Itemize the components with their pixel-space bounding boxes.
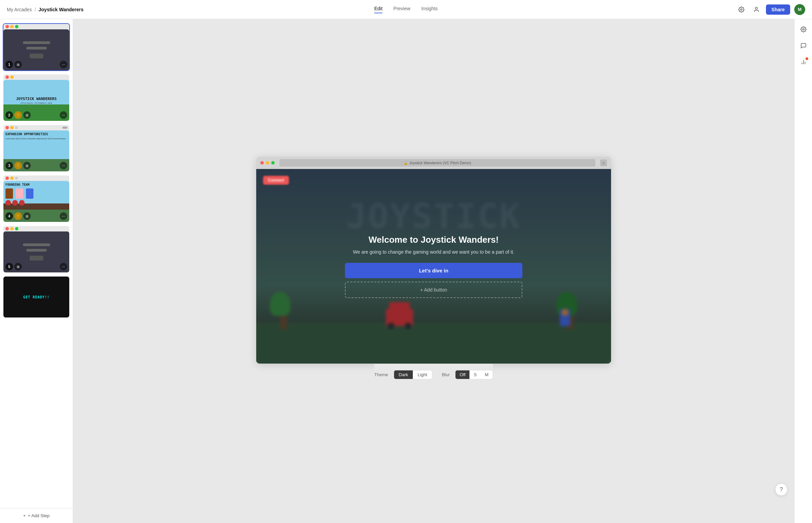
dot-red-4 [5, 176, 9, 180]
dot-yellow-5 [10, 227, 14, 230]
blur-s-button[interactable]: S [469, 370, 481, 379]
slide-3-title: EXPANSION OPPORTUNITIES [5, 132, 67, 136]
slide-2-warning-btn[interactable]: ! [14, 111, 22, 119]
nav-actions: Share M [736, 4, 805, 15]
tab-edit[interactable]: Edit [374, 6, 382, 13]
browser-mockup: 🔒 Joystick Wanderers (VC Pitch Demo) ⊙ J… [256, 157, 611, 364]
browser-chrome: 🔒 Joystick Wanderers (VC Pitch Demo) ⊙ [256, 157, 611, 169]
slide-number-3: 3 [5, 162, 13, 169]
slide-item-2[interactable]: JOYSTICK WANDERERS PITCH DECK · OCTOBER … [3, 74, 70, 122]
welcome-subtitle: We are going to change the gaming world … [345, 249, 522, 255]
add-step-icon: + [23, 513, 26, 518]
dot-extra-3 [15, 126, 18, 129]
slide-5-more-btn[interactable]: ··· [60, 263, 67, 270]
svg-point-2 [802, 29, 804, 30]
slide-4-title: FOUNDING TEAM [5, 183, 67, 186]
slide-4-more-btn[interactable]: ··· [60, 212, 67, 220]
slide-item-6[interactable]: GET READY!! [3, 276, 70, 318]
slide-4-warning-btn[interactable]: ! [14, 212, 22, 220]
slide-3-more-btn[interactable]: ··· [60, 162, 67, 169]
help-icon: ? [780, 486, 783, 493]
gear-icon [738, 6, 744, 13]
slide-6-thumbnail: GET READY!! [3, 277, 69, 317]
breadcrumb: My Arcades / Joystick Wanderers [7, 7, 84, 12]
theme-label: Theme [374, 372, 388, 377]
slide-number-4: 4 [5, 212, 13, 220]
slide-item-5[interactable]: 5 ⊞ ··· [3, 225, 70, 273]
dot-extra-4 [15, 177, 18, 180]
start-button-area: Connect [263, 176, 289, 185]
lets-dive-button[interactable]: Let's dive in [345, 263, 522, 278]
dot-yellow-4 [10, 176, 14, 180]
start-button: Connect [263, 176, 289, 185]
blur-toggle: Off S M [455, 370, 493, 379]
share-button[interactable]: Share [766, 4, 790, 15]
user-button[interactable] [751, 4, 762, 15]
dot-yellow-3 [10, 126, 14, 129]
canvas-area: 🔒 Joystick Wanderers (VC Pitch Demo) ⊙ J… [73, 19, 794, 523]
browser-close-dot [260, 161, 264, 165]
comment-icon [800, 43, 807, 49]
browser-maximize-dot [271, 161, 275, 165]
dot-red-2 [5, 75, 9, 79]
dot-green [15, 25, 18, 28]
slide-item-1[interactable]: 1 ⊞ ··· [3, 23, 70, 71]
welcome-title: Welcome to Joystick Wanders! [345, 235, 522, 245]
nav-tabs: Edit Preview Insights [374, 6, 438, 13]
add-cta-button[interactable]: + Add button [345, 282, 522, 298]
slide-1-more-btn[interactable]: ··· [60, 61, 67, 68]
sidebar: 1 ⊞ ··· JOYSTICK WANDERERS PITCH DECK · … [0, 19, 73, 523]
breadcrumb-home[interactable]: My Arcades [7, 7, 32, 12]
blur-off-button[interactable]: Off [455, 370, 469, 379]
dot-yellow-2 [10, 75, 14, 79]
slide-2-layers-btn[interactable]: ⊞ [23, 111, 31, 119]
lock-icon: 🔒 [404, 161, 408, 165]
slide-3-text: Lorem ipsum dolor sit amet, consectetur … [5, 138, 67, 140]
analytics-icon [800, 59, 807, 65]
slide-2-title: JOYSTICK WANDERERS [16, 97, 57, 101]
panel-settings-icon [800, 26, 807, 32]
panel-settings-button[interactable] [797, 23, 810, 36]
address-text: Joystick Wanderers (VC Pitch Demo) [409, 161, 471, 165]
svg-point-0 [741, 9, 742, 10]
theme-light-button[interactable]: Light [413, 370, 432, 379]
theme-dark-button[interactable]: Dark [394, 370, 413, 379]
panel-analytics-button[interactable] [797, 56, 810, 68]
slide-6-text: GET READY!! [23, 295, 49, 299]
panel-comment-button[interactable] [797, 40, 810, 52]
slide-5-layers-btn[interactable]: ⊞ [14, 263, 22, 270]
dot-green-5 [15, 227, 18, 230]
tab-preview[interactable]: Preview [393, 6, 410, 13]
project-title: Joystick Wanderers [39, 7, 84, 12]
slide-3-tag [62, 127, 67, 129]
tab-insights[interactable]: Insights [421, 6, 438, 13]
address-bar: 🔒 Joystick Wanderers (VC Pitch Demo) [279, 159, 595, 167]
dot-yellow [10, 25, 14, 28]
help-button[interactable]: ? [775, 483, 787, 496]
theme-toggle: Dark Light [394, 370, 433, 379]
slide-3-layers-btn[interactable]: ⊞ [23, 162, 31, 169]
browser-content: JOYSTICK [256, 169, 611, 364]
analytics-notification-dot [806, 57, 808, 60]
slide-item-4[interactable]: FOUNDING TEAM 4 [3, 175, 70, 223]
svg-point-1 [755, 7, 757, 9]
blur-m-button[interactable]: M [481, 370, 493, 379]
top-nav: My Arcades / Joystick Wanderers Edit Pre… [0, 0, 812, 19]
slide-2-more-btn[interactable]: ··· [60, 111, 67, 119]
slide-4-layers-btn[interactable]: ⊞ [23, 212, 31, 220]
dot-red-5 [5, 227, 9, 230]
slide-item-3[interactable]: EXPANSION OPPORTUNITIES Lorem ipsum dolo… [3, 124, 70, 172]
slide-number-1: 1 [5, 61, 13, 68]
bottom-toolbar: Theme Dark Light Blur Off S M [374, 364, 493, 385]
dot-red-3 [5, 126, 9, 129]
browser-minimize-dot [266, 161, 269, 165]
user-icon [753, 6, 759, 13]
slide-3-warning-btn[interactable]: ! [14, 162, 22, 169]
settings-button[interactable] [736, 4, 747, 15]
dot-red [5, 25, 9, 28]
add-step-button[interactable]: + + Add Step [0, 508, 73, 523]
slide-1-layers-btn[interactable]: ⊞ [14, 61, 22, 68]
main-area: 1 ⊞ ··· JOYSTICK WANDERERS PITCH DECK · … [0, 19, 812, 523]
browser-settings-icon[interactable]: ⊙ [600, 159, 607, 166]
slide-list: 1 ⊞ ··· JOYSTICK WANDERERS PITCH DECK · … [0, 19, 73, 508]
